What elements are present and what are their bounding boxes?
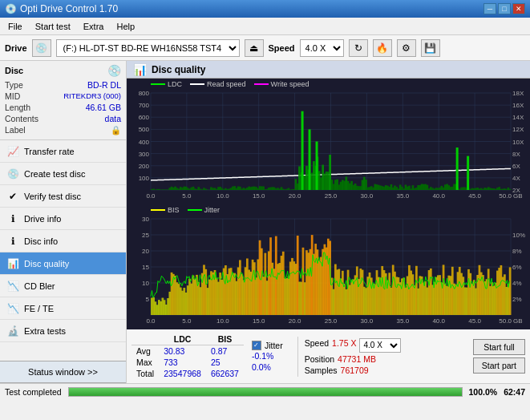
speed-section: Speed 1.75 X 4.0 X Position 47731 MB Sam… <box>305 337 402 376</box>
disc-label-label: Label <box>5 125 26 135</box>
settings-button[interactable]: ⚙ <box>397 39 416 57</box>
progress-time: 62:47 <box>504 387 525 397</box>
nav-cd-bler[interactable]: 📉 CD Bler <box>0 275 126 297</box>
jitter-max: 0.0% <box>252 361 283 373</box>
menu-help[interactable]: Help <box>111 20 140 33</box>
app-icon: 💿 <box>5 3 17 14</box>
app-title: Opti Drive Control 1.70 <box>20 3 118 14</box>
charts-container: LDC Read speed Write speed <box>127 79 530 329</box>
nav-drive-info[interactable]: ℹ Drive info <box>0 208 126 230</box>
disc-title: Disc <box>5 66 23 75</box>
minimize-button[interactable]: ─ <box>483 3 496 14</box>
nav-disc-quality-label: Disc quality <box>24 259 69 269</box>
nav-extra-tests-label: Extra tests <box>24 326 66 336</box>
nav-drive-info-label: Drive info <box>24 214 61 224</box>
speed-select-stats[interactable]: 4.0 X <box>359 338 401 353</box>
stats-max-ldc: 733 <box>159 357 206 368</box>
disc-panel: Disc 💿 Type BD-R DL MID RITEKDR3 (000) L… <box>0 61 126 140</box>
position-label: Position <box>305 354 334 364</box>
status-window-button[interactable]: Status window >> <box>0 361 126 383</box>
drive-icon-button[interactable]: 💿 <box>32 39 51 57</box>
top-chart: LDC Read speed Write speed <box>127 79 530 204</box>
nav-disc-info[interactable]: ℹ Disc info <box>0 230 126 252</box>
nav-items: 📈 Transfer rate 💿 Create test disc ✔ Ver… <box>0 140 126 361</box>
menu-start-test[interactable]: Start test <box>30 20 75 33</box>
progress-percent: 100.0% <box>469 387 498 397</box>
disc-mid-value: RITEKDR3 (000) <box>63 91 121 101</box>
divider-1 <box>297 337 298 377</box>
disc-mid-label: MID <box>5 91 20 101</box>
disc-contents-label: Contents <box>5 114 38 123</box>
eject-button[interactable]: ⏏ <box>245 39 264 57</box>
disc-label-value: 🔒 <box>111 125 121 135</box>
content-header: 📊 Disc quality <box>127 61 530 79</box>
jitter-label: Jitter <box>265 341 283 350</box>
bottom-chart-legend: BIS Jitter <box>151 206 220 214</box>
drive-select[interactable]: (F:) HL-DT-ST BD-RE WH16NS58 TST4 <box>56 39 240 57</box>
progress-track <box>68 387 463 397</box>
read-speed-legend-label: Read speed <box>207 80 246 88</box>
disc-quality-icon: 📊 <box>6 258 19 269</box>
stats-total-label: Total <box>131 368 159 379</box>
ldc-chart-canvas <box>127 79 530 204</box>
maximize-button[interactable]: □ <box>498 3 511 14</box>
jitter-avg: -0.1% <box>252 350 283 361</box>
menu-bar: File Start test Extra Help <box>0 18 530 35</box>
bis-legend-label: BIS <box>168 206 180 214</box>
nav-cd-bler-label: CD Bler <box>24 281 55 291</box>
fe-te-icon: 📉 <box>6 303 19 314</box>
start-part-button[interactable]: Start part <box>473 357 525 374</box>
ldc-legend-label: LDC <box>168 80 182 88</box>
speed-value: 1.75 X <box>332 338 356 353</box>
stats-total-ldc: 23547968 <box>159 368 206 379</box>
content-header-title: Disc quality <box>152 64 205 75</box>
menu-extra[interactable]: Extra <box>79 20 109 33</box>
title-bar: 💿 Opti Drive Control 1.70 ─ □ ✕ <box>0 0 530 18</box>
disc-length-label: Length <box>5 103 30 112</box>
disc-length-value: 46.61 GB <box>86 103 121 112</box>
start-full-button[interactable]: Start full <box>473 339 525 355</box>
stats-table: LDC BIS Avg 30.83 0.87 Max 733 25 Total … <box>131 333 244 379</box>
content-area: 📊 Disc quality LDC Read speed <box>127 61 530 383</box>
nav-extra-tests[interactable]: 🔬 Extra tests <box>0 320 126 342</box>
cd-bler-icon: 📉 <box>6 281 19 292</box>
nav-disc-quality[interactable]: 📊 Disc quality <box>0 252 126 275</box>
sidebar: Disc 💿 Type BD-R DL MID RITEKDR3 (000) L… <box>0 61 127 383</box>
extra-tests-icon: 🔬 <box>6 325 19 337</box>
nav-disc-info-label: Disc info <box>24 236 58 246</box>
progress-bar-container: Test completed 100.0% 62:47 <box>0 383 530 399</box>
nav-verify-test-disc[interactable]: ✔ Verify test disc <box>0 185 126 208</box>
status-text: Test completed <box>5 387 62 397</box>
jitter-checkbox[interactable]: ✓ <box>252 341 261 350</box>
samples-label: Samples <box>305 365 338 375</box>
speed-select[interactable]: 4.0 X <box>300 39 344 57</box>
stats-max-label: Max <box>131 357 159 368</box>
close-button[interactable]: ✕ <box>512 3 525 14</box>
content-header-icon: 📊 <box>133 63 147 76</box>
progress-fill <box>69 388 462 396</box>
stats-total-bis: 662637 <box>206 368 244 379</box>
bottom-chart: BIS Jitter <box>127 204 530 329</box>
stats-header-bis: BIS <box>206 333 244 345</box>
speed-label: Speed <box>269 43 295 53</box>
disc-type-value: BD-R DL <box>87 80 121 90</box>
samples-value: 761709 <box>341 365 369 375</box>
burn-button[interactable]: 🔥 <box>373 39 392 57</box>
nav-create-test-disc[interactable]: 💿 Create test disc <box>0 163 126 185</box>
buttons-section: Start full Start part <box>473 339 525 374</box>
create-disc-icon: 💿 <box>6 168 19 180</box>
save-button[interactable]: 💾 <box>421 39 440 57</box>
menu-file[interactable]: File <box>3 20 27 33</box>
nav-fe-te[interactable]: 📉 FE / TE <box>0 297 126 320</box>
jitter-section: ✓ Jitter -0.1% 0.0% <box>252 341 283 373</box>
drive-info-icon: ℹ <box>6 213 19 224</box>
speed-section-label: Speed <box>305 338 329 353</box>
write-speed-legend-label: Write speed <box>271 80 310 88</box>
main-layout: Disc 💿 Type BD-R DL MID RITEKDR3 (000) L… <box>0 61 530 383</box>
nav-transfer-rate[interactable]: 📈 Transfer rate <box>0 140 126 163</box>
nav-transfer-rate-label: Transfer rate <box>24 147 75 156</box>
verify-disc-icon: ✔ <box>6 191 19 202</box>
stats-avg-label: Avg <box>131 345 159 357</box>
refresh-button[interactable]: ↻ <box>349 39 368 57</box>
stats-header-empty <box>131 333 159 345</box>
